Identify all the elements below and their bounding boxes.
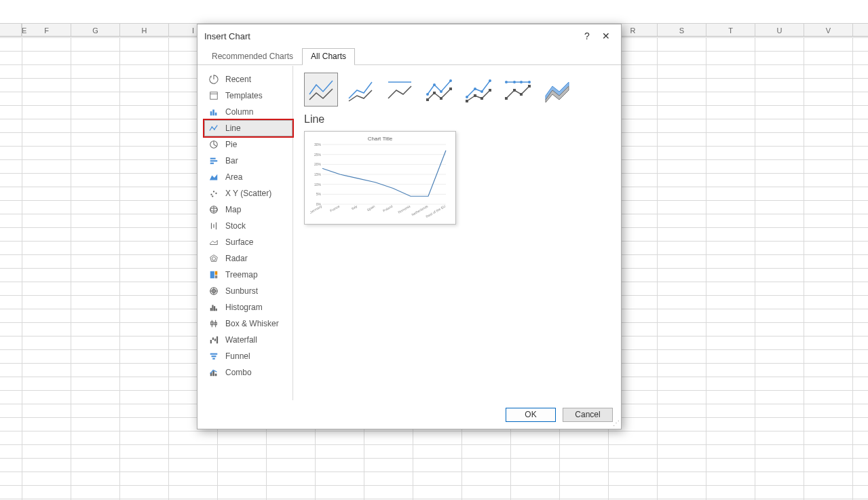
svg-rect-4: [215, 113, 217, 115]
subtype-line[interactable]: [304, 73, 338, 107]
svg-point-57: [474, 88, 476, 90]
svg-rect-30: [212, 305, 213, 311]
subtype-3d-line[interactable]: [540, 73, 574, 107]
subtype-stacked-line[interactable]: [343, 73, 377, 107]
svg-text:5%: 5%: [316, 192, 322, 196]
category-area[interactable]: Area: [204, 169, 293, 185]
svg-rect-24: [215, 275, 218, 278]
category-label: Sunburst: [225, 286, 258, 296]
column-header[interactable]: V: [804, 24, 853, 36]
sunburst-chart-icon: [209, 286, 219, 296]
svg-point-14: [212, 195, 213, 197]
svg-rect-29: [210, 308, 212, 311]
svg-rect-40: [216, 336, 218, 344]
svg-point-49: [433, 83, 436, 86]
svg-rect-61: [474, 94, 476, 97]
line-chart-icon: [209, 123, 219, 133]
subtype-100-stacked-line-markers[interactable]: [501, 73, 535, 107]
category-recent[interactable]: Recent: [204, 71, 293, 88]
svg-rect-69: [505, 97, 508, 100]
category-sunburst[interactable]: Sunburst: [204, 283, 293, 299]
chart-preview[interactable]: Chart Title 0%5%10%15%20%25%30%GermanyFr…: [304, 131, 456, 225]
templates-icon: [209, 91, 219, 100]
category-label: Treemap: [225, 270, 258, 280]
svg-rect-31: [214, 306, 215, 311]
category-label: Templates: [225, 91, 263, 100]
svg-rect-41: [210, 353, 218, 355]
category-funnel[interactable]: Funnel: [204, 348, 293, 364]
pie-chart-icon: [209, 140, 219, 149]
category-label: Surface: [225, 237, 253, 247]
category-pie[interactable]: Pie: [204, 136, 293, 153]
treemap-chart-icon: [209, 270, 219, 280]
svg-rect-0: [210, 92, 218, 100]
svg-text:Italy: Italy: [351, 204, 358, 210]
svg-point-65: [505, 81, 508, 83]
svg-point-56: [466, 96, 468, 98]
column-header[interactable]: T: [706, 24, 755, 36]
category-label: Histogram: [225, 303, 263, 312]
svg-rect-23: [215, 271, 218, 275]
svg-marker-21: [212, 256, 215, 260]
category-label: Map: [225, 205, 241, 214]
category-templates[interactable]: Templates: [204, 88, 293, 104]
svg-text:25%: 25%: [314, 153, 322, 157]
subtype-line-markers[interactable]: [422, 73, 456, 107]
column-chart-icon: [209, 107, 219, 117]
svg-point-11: [210, 194, 212, 195]
subtype-100-stacked-line[interactable]: [383, 73, 417, 107]
svg-rect-38: [212, 338, 214, 341]
category-column[interactable]: Column: [204, 104, 293, 120]
radar-chart-icon: [209, 254, 219, 263]
category-scatter[interactable]: X Y (Scatter): [204, 185, 293, 201]
category-treemap[interactable]: Treemap: [204, 267, 293, 283]
column-header[interactable]: S: [658, 24, 706, 36]
category-stock[interactable]: Stock: [204, 218, 293, 234]
category-box-whisker[interactable]: Box & Whisker: [204, 315, 293, 332]
category-waterfall[interactable]: Waterfall: [204, 332, 293, 348]
subtype-stacked-line-markers[interactable]: [461, 73, 495, 107]
category-label: Line: [225, 123, 241, 133]
category-surface[interactable]: Surface: [204, 234, 293, 250]
svg-text:France: France: [329, 204, 341, 213]
svg-text:15%: 15%: [314, 172, 322, 176]
selected-category-heading: Line: [304, 113, 610, 126]
column-header[interactable]: H: [120, 24, 169, 36]
scatter-chart-icon: [209, 189, 219, 198]
svg-rect-60: [466, 100, 468, 102]
svg-rect-71: [520, 93, 523, 96]
svg-rect-8: [210, 158, 216, 159]
cancel-button[interactable]: Cancel: [563, 408, 613, 422]
chart-subtype-row: [304, 73, 610, 107]
column-header[interactable]: U: [755, 24, 804, 36]
column-header[interactable]: G: [71, 24, 120, 36]
category-radar[interactable]: Radar: [204, 250, 293, 267]
ok-button[interactable]: OK: [506, 408, 556, 422]
chart-detail-pane: Line Chart Title 0%5%10%15%20%25%30%Germ…: [293, 66, 621, 400]
category-combo[interactable]: Combo: [204, 364, 293, 381]
combo-chart-icon: [209, 368, 219, 377]
svg-point-51: [449, 79, 452, 82]
category-histogram[interactable]: Histogram: [204, 299, 293, 315]
column-header[interactable]: F: [22, 24, 71, 36]
rowcol-corner[interactable]: [0, 24, 22, 36]
map-chart-icon: [209, 205, 219, 214]
help-button[interactable]: ?: [578, 28, 597, 43]
resize-grip[interactable]: ⋰: [613, 421, 620, 427]
tab-all-charts[interactable]: All Charts: [302, 48, 355, 64]
box-whisker-chart-icon: [209, 319, 219, 328]
svg-rect-45: [212, 370, 214, 376]
svg-rect-72: [528, 85, 531, 88]
svg-point-59: [489, 79, 491, 82]
category-line[interactable]: Line: [204, 120, 293, 136]
close-button[interactable]: ✕: [597, 28, 616, 43]
waterfall-chart-icon: [209, 335, 219, 345]
svg-rect-3: [212, 110, 214, 116]
category-bar[interactable]: Bar: [204, 153, 293, 169]
svg-point-6: [214, 129, 215, 130]
category-map[interactable]: Map: [204, 201, 293, 218]
svg-point-48: [426, 93, 429, 96]
svg-rect-55: [449, 88, 452, 90]
tab-recommended-charts[interactable]: Recommended Charts: [203, 48, 302, 64]
dialog-titlebar[interactable]: Insert Chart ? ✕: [197, 24, 621, 47]
